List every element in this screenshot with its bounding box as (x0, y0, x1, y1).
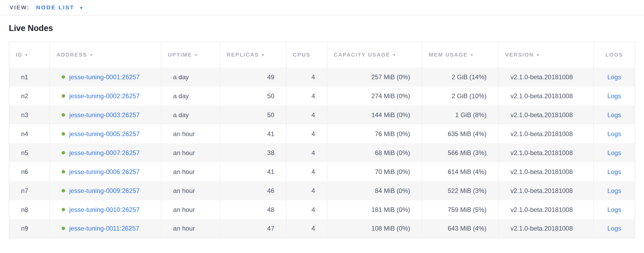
cell-capacity: 108 MiB (0%) (327, 219, 422, 238)
cell-capacity: 84 MiB (0%) (327, 181, 422, 200)
cell-version: v2.1.0-beta.20181008 (499, 105, 594, 124)
node-address-link[interactable]: jesse-tuning-0003:26257 (69, 111, 140, 118)
node-logs-link[interactable]: Logs (607, 187, 621, 194)
cell-replicas: 46 (220, 181, 287, 200)
cell-mem: 2 GiB (14%) (422, 68, 498, 86)
node-address-link[interactable]: jesse-tuning-0007:26257 (69, 149, 140, 156)
cell-cpus: 4 (286, 181, 327, 200)
cell-replicas: 41 (220, 124, 287, 143)
cell-address: jesse-tuning-0003:26257 (50, 105, 161, 124)
table-row: n6jesse-tuning-0006:26257an hour41470 Mi… (9, 162, 635, 181)
cell-cpus: 4 (286, 124, 327, 143)
node-address-link[interactable]: jesse-tuning-0010:26257 (69, 206, 140, 213)
view-selected-value: NODE LIST (36, 4, 74, 11)
sort-caret-icon: ▼ (261, 53, 265, 57)
cell-replicas: 41 (220, 162, 287, 181)
column-header-id[interactable]: ID▼ (9, 42, 50, 68)
column-header-label: MEM USAGE (429, 52, 468, 58)
sort-caret-icon: ▼ (536, 53, 540, 57)
column-header-version[interactable]: VERSION▼ (499, 42, 594, 68)
cell-address: jesse-tuning-0002:26257 (50, 86, 161, 105)
node-live-status-icon (62, 75, 65, 79)
node-address-link[interactable]: jesse-tuning-0011:26257 (69, 225, 139, 232)
cell-logs: Logs (594, 200, 635, 219)
node-address-link[interactable]: jesse-tuning-0009:26257 (69, 187, 140, 194)
table-row: n7jesse-tuning-0009:26257an hour46484 Mi… (9, 181, 635, 200)
cell-version: v2.1.0-beta.20181008 (499, 143, 594, 162)
cell-version: v2.1.0-beta.20181008 (499, 162, 594, 181)
node-logs-link[interactable]: Logs (607, 92, 621, 100)
node-logs-link[interactable]: Logs (607, 149, 621, 156)
cell-cpus: 4 (286, 162, 327, 181)
column-header-label: CPUS (293, 52, 311, 58)
cell-replicas: 50 (220, 86, 287, 105)
node-address-link[interactable]: jesse-tuning-0005:26257 (69, 130, 140, 137)
column-header-replicas[interactable]: REPLICAS▼ (220, 42, 287, 68)
node-live-status-icon (62, 208, 65, 211)
column-header-mem[interactable]: MEM USAGE▼ (422, 42, 498, 68)
cell-uptime: a day (161, 68, 220, 86)
column-header-capacity[interactable]: CAPACITY USAGE▼ (327, 42, 422, 68)
cell-address: jesse-tuning-0006:26257 (50, 162, 161, 181)
cell-logs: Logs (594, 86, 635, 105)
node-logs-link[interactable]: Logs (607, 130, 621, 137)
view-bar: VIEW: NODE LIST ▼ (0, 0, 644, 15)
node-logs-link[interactable]: Logs (607, 225, 621, 232)
column-header-logs: LOGS (594, 42, 635, 68)
cell-capacity: 274 MiB (0%) (327, 86, 422, 105)
main-content: Live Nodes ID▼ADDRESS▼UPTIME▼REPLICAS▼CP… (0, 23, 644, 238)
cell-address: jesse-tuning-0011:26257 (50, 219, 161, 238)
column-header-address[interactable]: ADDRESS▼ (50, 42, 161, 68)
column-header-uptime[interactable]: UPTIME▼ (161, 42, 220, 68)
cell-version: v2.1.0-beta.20181008 (499, 124, 594, 143)
node-address-link[interactable]: jesse-tuning-0002:26257 (69, 92, 140, 100)
page-title: Live Nodes (9, 23, 635, 33)
column-header-label: ADDRESS (56, 52, 87, 58)
node-address-link[interactable]: jesse-tuning-0006:26257 (69, 168, 140, 175)
node-live-status-icon (62, 113, 65, 117)
cell-cpus: 4 (286, 200, 327, 219)
table-row: n8jesse-tuning-0010:26257an hour484181 M… (9, 200, 635, 219)
cell-uptime: an hour (161, 143, 220, 162)
table-row: n2jesse-tuning-0002:26257a day504274 MiB… (9, 86, 635, 105)
cell-logs: Logs (594, 143, 635, 162)
node-logs-link[interactable]: Logs (607, 111, 621, 118)
caret-down-icon: ▼ (79, 5, 84, 10)
cell-uptime: a day (161, 105, 220, 124)
cell-replicas: 47 (220, 219, 287, 238)
cell-address: jesse-tuning-0001:26257 (50, 68, 161, 86)
node-logs-link[interactable]: Logs (607, 206, 621, 213)
cell-replicas: 48 (220, 200, 287, 219)
node-live-status-icon (62, 227, 65, 230)
cell-version: v2.1.0-beta.20181008 (499, 219, 594, 238)
cell-id: n4 (9, 124, 50, 143)
node-logs-link[interactable]: Logs (607, 73, 621, 81)
sort-caret-icon: ▼ (392, 53, 397, 57)
table-row: n9jesse-tuning-0011:26257an hour474108 M… (9, 219, 635, 238)
cell-capacity: 257 MiB (0%) (327, 68, 422, 86)
cell-cpus: 4 (286, 68, 327, 86)
view-label: VIEW: (10, 4, 30, 11)
cell-id: n8 (9, 200, 50, 219)
table-row: n1jesse-tuning-0001:26257a day494257 MiB… (9, 68, 635, 86)
cell-capacity: 70 MiB (0%) (327, 162, 422, 181)
cell-address: jesse-tuning-0010:26257 (50, 200, 161, 219)
node-live-status-icon (62, 189, 65, 192)
column-header-label: VERSION (505, 52, 534, 58)
node-live-status-icon (62, 132, 65, 136)
view-selector-dropdown[interactable]: NODE LIST ▼ (36, 4, 84, 11)
cell-capacity: 76 MiB (0%) (327, 124, 422, 143)
node-logs-link[interactable]: Logs (607, 168, 621, 175)
cell-capacity: 181 MiB (0%) (327, 200, 422, 219)
table-row: n3jesse-tuning-0003:26257a day504144 MiB… (9, 105, 635, 124)
cell-logs: Logs (594, 124, 635, 143)
cell-mem: 759 MiB (5%) (422, 200, 498, 219)
cell-logs: Logs (594, 68, 635, 86)
cell-logs: Logs (594, 219, 635, 238)
sort-caret-icon: ▼ (89, 53, 94, 57)
sort-caret-icon: ▼ (470, 53, 474, 57)
node-address-link[interactable]: jesse-tuning-0001:26257 (69, 73, 140, 81)
cell-cpus: 4 (286, 219, 327, 238)
cell-address: jesse-tuning-0009:26257 (50, 181, 161, 200)
table-row: n4jesse-tuning-0005:26257an hour41476 Mi… (9, 124, 635, 143)
